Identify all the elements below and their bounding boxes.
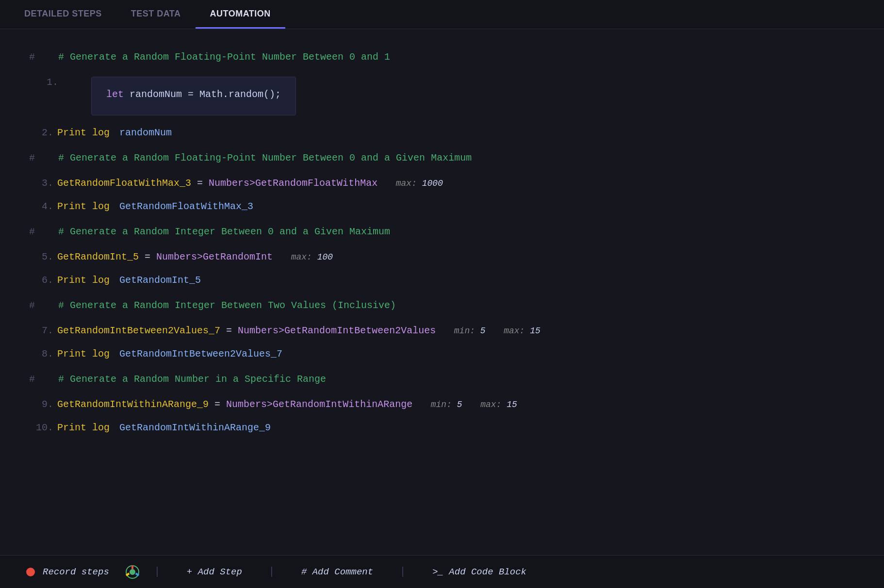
step-10-num: 10.	[29, 420, 53, 436]
comment-line-3: # # Generate a Random Integer Between 0 …	[0, 218, 884, 245]
step-7-func: GetRandomIntBetween2Values	[284, 323, 436, 339]
code-area: # # Generate a Random Floating-Point Num…	[0, 39, 884, 444]
step-10-print: Print log	[57, 420, 110, 436]
step-10-line: 10. Print log GetRandomIntWithinARange_9	[0, 416, 884, 440]
step-3-content: GetRandomFloatWithMax_3 = Numbers > GetR…	[57, 176, 874, 191]
step-4-line: 4. Print log GetRandomFloatWithMax_3	[0, 195, 884, 218]
step-7-param-max-label: max:	[493, 324, 525, 338]
add-comment-button[interactable]: # Add Comment	[290, 567, 385, 577]
step-3-func: GetRandomFloatWithMax	[255, 176, 377, 191]
step-5-num: 5.	[29, 249, 53, 265]
step-6-line: 6. Print log GetRandomInt_5	[0, 269, 884, 292]
step-9-func: GetRandomIntWithinARange	[273, 397, 412, 412]
step-5-param-label: max:	[280, 250, 312, 264]
step-2-var: randomNum	[119, 125, 172, 141]
step-9-param-min-value: 5	[452, 398, 462, 412]
step-8-num: 8.	[29, 346, 53, 362]
step-3-op: =	[197, 176, 203, 191]
step-7-num: 7.	[29, 323, 53, 339]
step-9-param-min-label: min:	[420, 398, 452, 412]
step-9-param-max-value: 15	[501, 398, 517, 412]
step-2-num: 2.	[29, 125, 53, 141]
step-8-print: Print log	[57, 346, 110, 362]
step-7-content: GetRandomIntBetween2Values_7 = Numbers >…	[57, 323, 874, 339]
step-10-var: GetRandomIntWithinARange_9	[119, 420, 271, 436]
chrome-browser-icon-container	[126, 565, 139, 579]
comment-line-1: # # Generate a Random Floating-Point Num…	[0, 44, 884, 71]
step-8-line: 8. Print log GetRandomIntBetween2Values_…	[0, 343, 884, 366]
bottom-toolbar: Record steps | + Add Step | # Add Commen…	[0, 555, 884, 588]
add-comment-label: # Add Comment	[301, 567, 373, 577]
add-code-block-button[interactable]: >_ Add Code Block	[421, 567, 538, 577]
step-4-num: 4.	[29, 199, 53, 214]
record-steps-label: Record steps	[43, 567, 109, 577]
comment-hash-2: #	[29, 150, 49, 166]
step-4-print: Print log	[57, 199, 110, 214]
step-4-content: Print log GetRandomFloatWithMax_3	[57, 199, 874, 214]
comment-text-1: # Generate a Random Floating-Point Numbe…	[58, 49, 390, 65]
var-name: randomNum = Math.random();	[130, 89, 281, 100]
step-6-print: Print log	[57, 273, 110, 288]
step-1-num: 1.	[29, 75, 58, 90]
step-8-content: Print log GetRandomIntBetween2Values_7	[57, 346, 874, 362]
step-9-var: GetRandomIntWithinARange_9	[57, 397, 209, 412]
step-3-line: 3. GetRandomFloatWithMax_3 = Numbers > G…	[0, 172, 884, 195]
comment-line-2: # # Generate a Random Floating-Point Num…	[0, 145, 884, 172]
tab-bar: DETAILED STEPS TEST DATA AUTOMATION	[0, 0, 884, 29]
step-9-param-max-label: max:	[470, 398, 502, 412]
step-5-arrow: >	[197, 249, 203, 265]
tab-detailed-steps[interactable]: DETAILED STEPS	[10, 0, 116, 29]
step-5-param-value: 100	[312, 250, 333, 264]
add-code-block-label: >_ Add Code Block	[432, 567, 526, 577]
tab-automation[interactable]: AUTOMATION	[196, 0, 285, 29]
tab-test-data[interactable]: TEST DATA	[116, 0, 196, 29]
step-7-param-max-value: 15	[524, 324, 540, 338]
step-1-code-block[interactable]: let randomNum = Math.random();	[91, 77, 296, 115]
step-9-lib: Numbers	[226, 397, 267, 412]
step-3-param-label: max:	[385, 177, 417, 191]
separator-1: |	[139, 566, 175, 578]
step-9-line: 9. GetRandomIntWithinARange_9 = Numbers …	[0, 393, 884, 416]
step-2-line: 2. Print log randomNum	[0, 121, 884, 145]
step-6-var: GetRandomInt_5	[119, 273, 201, 288]
comment-text-3: # Generate a Random Integer Between 0 an…	[58, 224, 390, 240]
step-2-content: Print log randomNum	[57, 125, 874, 141]
step-3-num: 3.	[29, 176, 53, 191]
record-dot-icon	[26, 568, 35, 576]
step-7-line: 7. GetRandomIntBetween2Values_7 = Number…	[0, 319, 884, 343]
comment-text-5: # Generate a Random Number in a Specific…	[58, 372, 326, 387]
step-7-op: =	[226, 323, 232, 339]
add-step-label: + Add Step	[187, 567, 242, 577]
comment-text-4: # Generate a Random Integer Between Two …	[58, 298, 396, 313]
step-7-param-min-label: min:	[443, 324, 475, 338]
step-1-code: let randomNum = Math.random();	[106, 87, 281, 102]
let-keyword: let	[106, 89, 130, 100]
step-2-print: Print log	[57, 125, 110, 141]
step-7-arrow: >	[278, 323, 284, 339]
step-7-param-min-value: 5	[475, 324, 486, 338]
step-1-line: 1. let randomNum = Math.random();	[0, 71, 884, 121]
step-5-lib: Numbers	[156, 249, 197, 265]
step-10-content: Print log GetRandomIntWithinARange_9	[57, 420, 874, 436]
step-5-var: GetRandomInt_5	[57, 249, 139, 265]
record-steps-button[interactable]: Record steps	[15, 567, 121, 577]
step-5-func: GetRandomInt	[203, 249, 273, 265]
step-5-line: 5. GetRandomInt_5 = Numbers > GetRandomI…	[0, 245, 884, 269]
chrome-icon	[126, 565, 139, 579]
add-step-button[interactable]: + Add Step	[175, 567, 254, 577]
step-6-num: 6.	[29, 273, 53, 288]
step-3-param-value: 1000	[417, 177, 443, 191]
step-9-content: GetRandomIntWithinARange_9 = Numbers > G…	[57, 397, 874, 412]
step-8-var: GetRandomIntBetween2Values_7	[119, 346, 282, 362]
step-3-var: GetRandomFloatWithMax_3	[57, 176, 191, 191]
comment-hash-3: #	[29, 224, 49, 240]
step-6-content: Print log GetRandomInt_5	[57, 273, 874, 288]
app-container: DETAILED STEPS TEST DATA AUTOMATION # # …	[0, 0, 884, 588]
step-7-lib: Numbers	[238, 323, 278, 339]
step-9-arrow: >	[267, 397, 273, 412]
main-content: # # Generate a Random Floating-Point Num…	[0, 29, 884, 588]
comment-hash-4: #	[29, 298, 49, 313]
step-3-arrow: >	[249, 176, 255, 191]
step-3-lib: Numbers	[209, 176, 249, 191]
step-4-var: GetRandomFloatWithMax_3	[119, 199, 253, 214]
